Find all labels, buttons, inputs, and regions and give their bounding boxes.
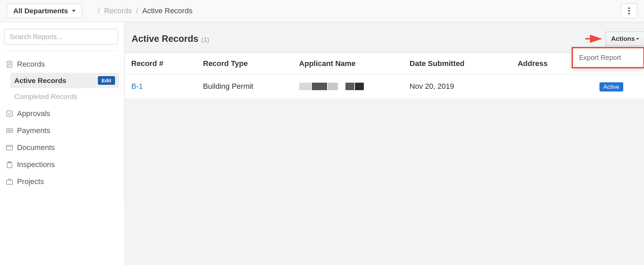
main-content: Active Records (1) Actions Export Report: [124, 22, 644, 265]
page-title-count: (1): [201, 36, 209, 43]
page-title: Active Records: [132, 34, 199, 44]
top-bar: All Departments / Records / Active Recor…: [0, 0, 644, 22]
breadcrumb-parent[interactable]: Records: [104, 6, 132, 15]
sidebar-item-approvals[interactable]: Approvals: [3, 105, 120, 122]
svg-point-1: [628, 10, 630, 12]
sidebar-item-documents[interactable]: Documents: [3, 139, 120, 156]
dropdown-item-export-report[interactable]: Export Report: [579, 52, 637, 63]
sidebar-item-label: Records: [17, 60, 45, 69]
cell-date-submitted: Nov 20, 2019: [406, 74, 514, 99]
table-header-row: Record # Record Type Applicant Name Date…: [125, 53, 644, 74]
clipboard-icon: [6, 161, 13, 168]
divider: [3, 51, 117, 51]
breadcrumb-current: Active Records: [142, 6, 192, 15]
edit-button[interactable]: Edit: [98, 76, 115, 85]
page-title-wrap: Active Records (1): [132, 34, 209, 44]
actions-dropdown-menu: Export Report: [572, 47, 644, 68]
chevron-down-icon: [72, 10, 75, 12]
document-icon: [6, 144, 13, 151]
check-square-icon: [6, 110, 13, 117]
sidebar-subitem-active-records[interactable]: Active Records Edit: [10, 73, 119, 88]
sidebar-item-payments[interactable]: Payments: [3, 122, 120, 139]
sidebar-subitem-completed-records[interactable]: Completed Records: [10, 89, 119, 104]
file-icon: [6, 61, 13, 68]
sidebar-item-label: Approvals: [17, 109, 50, 118]
department-dropdown-label: All Departments: [13, 7, 68, 15]
cell-status: Active: [596, 74, 644, 99]
sidebar-item-inspections[interactable]: Inspections: [3, 156, 120, 173]
breadcrumb-separator: /: [98, 6, 100, 15]
cell-address: [514, 74, 596, 99]
column-header-record-type[interactable]: Record Type: [200, 53, 296, 74]
actions-wrap: Actions Export Report: [606, 32, 644, 46]
sidebar-subnav-records: Active Records Edit Completed Records: [3, 73, 120, 104]
sidebar-item-label: Payments: [17, 126, 50, 135]
records-table: Record # Record Type Applicant Name Date…: [125, 53, 644, 98]
money-icon: [6, 127, 13, 134]
breadcrumb-separator: /: [136, 6, 138, 15]
sidebar-item-label: Documents: [17, 143, 55, 152]
more-options-button[interactable]: [621, 3, 637, 18]
chevron-down-icon: [636, 38, 639, 40]
column-header-record-number[interactable]: Record #: [125, 53, 200, 74]
cell-record-type: Building Permit: [200, 74, 296, 99]
status-badge: Active: [599, 82, 623, 92]
sidebar-item-records[interactable]: Records: [3, 56, 120, 73]
cell-applicant-name: [296, 74, 406, 99]
column-header-date-submitted[interactable]: Date Submitted: [406, 53, 514, 74]
svg-point-9: [9, 130, 11, 132]
sidebar-subitem-label: Completed Records: [14, 93, 78, 101]
svg-point-0: [628, 7, 630, 9]
table-row[interactable]: B-1 Building Permit Nov 20, 2019: [125, 74, 644, 99]
svg-point-10: [7, 130, 8, 131]
record-link[interactable]: B-1: [131, 82, 143, 90]
actions-button[interactable]: Actions: [606, 32, 644, 46]
main-header: Active Records (1) Actions Export Report: [124, 22, 644, 53]
redacted-text: [299, 83, 403, 90]
svg-rect-12: [6, 145, 13, 150]
page-body: Records Active Records Edit Completed Re…: [0, 22, 644, 265]
sidebar-item-label: Inspections: [17, 160, 55, 169]
kebab-icon: [628, 7, 630, 15]
briefcase-icon: [6, 178, 13, 185]
sidebar-item-label: Projects: [17, 177, 44, 186]
actions-button-label: Actions: [611, 35, 635, 43]
sidebar-subitem-label: Active Records: [14, 77, 66, 85]
search-input[interactable]: [4, 29, 118, 45]
column-header-applicant-name[interactable]: Applicant Name: [296, 53, 406, 74]
svg-point-11: [11, 130, 12, 131]
department-dropdown[interactable]: All Departments: [7, 4, 82, 18]
records-table-wrap: Record # Record Type Applicant Name Date…: [125, 53, 644, 98]
svg-rect-16: [6, 180, 13, 184]
sidebar: Records Active Records Edit Completed Re…: [0, 22, 124, 204]
svg-point-2: [628, 13, 630, 15]
sidebar-item-projects[interactable]: Projects: [3, 173, 120, 190]
svg-rect-7: [7, 111, 12, 116]
breadcrumb: / Records / Active Records: [94, 6, 192, 15]
